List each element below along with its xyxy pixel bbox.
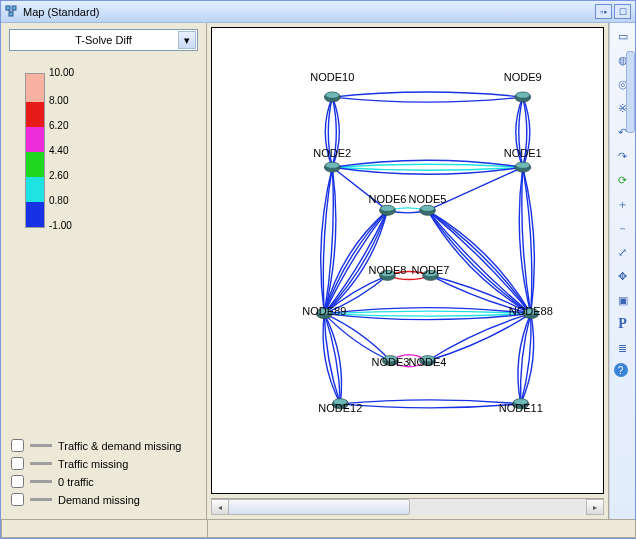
metric-combo-label: T-Solve Diff <box>75 34 132 46</box>
edge[interactable] <box>332 97 522 102</box>
zoom-out-icon[interactable]: － <box>614 219 632 237</box>
svg-rect-0 <box>6 6 10 10</box>
node-label: NODE89 <box>302 305 346 317</box>
edge[interactable] <box>340 400 520 404</box>
layers-icon[interactable]: ≣ <box>614 339 632 357</box>
edge[interactable] <box>523 167 535 313</box>
edge[interactable] <box>428 210 531 313</box>
scale-tick: -1.00 <box>49 220 72 231</box>
edge[interactable] <box>428 210 531 313</box>
edge[interactable] <box>324 314 531 317</box>
scale-tick: 4.40 <box>49 145 68 156</box>
edge[interactable] <box>324 311 531 314</box>
node-label: NODE4 <box>409 356 447 368</box>
chevron-down-icon[interactable]: ▾ <box>178 31 196 49</box>
node-label: NODE6 <box>368 193 406 205</box>
left-panel: T-Solve Diff ▾ 10.008.006.204.402.600.80… <box>1 23 207 519</box>
legend-option: 0 traffic <box>11 475 196 488</box>
color-segment <box>26 177 44 202</box>
node-label: NODE8 <box>368 264 406 276</box>
edge[interactable] <box>340 404 520 408</box>
svg-point-10 <box>421 205 435 211</box>
legend-swatch <box>30 498 52 501</box>
move-icon[interactable]: ✥ <box>614 267 632 285</box>
edge[interactable] <box>428 210 531 313</box>
node-label: NODE7 <box>412 264 450 276</box>
window-title: Map (Standard) <box>23 6 593 18</box>
edge[interactable] <box>332 167 522 170</box>
svg-rect-1 <box>12 6 16 10</box>
legend-swatch <box>30 462 52 465</box>
edge[interactable] <box>324 167 336 313</box>
legend-option: Traffic missing <box>11 457 196 470</box>
scale-tick: 0.80 <box>49 195 68 206</box>
edge[interactable] <box>519 167 531 313</box>
node-label: NODE10 <box>310 71 354 83</box>
legend-swatch <box>30 480 52 483</box>
legend-checkbox[interactable] <box>11 457 24 470</box>
svg-point-8 <box>516 162 530 168</box>
node-label: NODE12 <box>318 402 362 414</box>
dock-button[interactable]: ▫▪ <box>595 4 612 19</box>
help-icon[interactable]: ? <box>614 363 628 377</box>
color-segment <box>26 152 44 177</box>
node-label: NODE1 <box>504 147 542 159</box>
palette-icon[interactable]: P <box>614 315 632 333</box>
app-icon <box>5 5 19 19</box>
legend-option: Demand missing <box>11 493 196 506</box>
map-canvas[interactable]: NODE10NODE9NODE2NODE1NODE6NODE5NODE8NODE… <box>211 27 604 494</box>
scale-tick: 2.60 <box>49 170 68 181</box>
legend-options: Traffic & demand missingTraffic missing0… <box>1 430 206 519</box>
scale-tick: 6.20 <box>49 120 68 131</box>
titlebar[interactable]: Map (Standard) ▫▪ ☐ <box>1 1 635 23</box>
redo-icon[interactable]: ↷ <box>614 147 632 165</box>
color-legend: 10.008.006.204.402.600.80-1.00 <box>1 55 206 430</box>
edge[interactable] <box>428 210 531 313</box>
legend-option-label: Traffic & demand missing <box>58 440 182 452</box>
legend-swatch <box>30 444 52 447</box>
svg-rect-2 <box>9 12 13 16</box>
node-label: NODE2 <box>313 147 351 159</box>
node-label: NODE3 <box>372 356 410 368</box>
edge[interactable] <box>428 314 531 361</box>
legend-option-label: Demand missing <box>58 494 140 506</box>
svg-point-5 <box>325 92 339 98</box>
scroll-right-button[interactable]: ▸ <box>586 499 604 515</box>
pointer-icon[interactable]: ▭ <box>614 27 632 45</box>
map-window: Map (Standard) ▫▪ ☐ T-Solve Diff ▾ 10.00… <box>0 0 636 539</box>
zoom-in-icon[interactable]: ＋ <box>614 195 632 213</box>
edge[interactable] <box>428 314 531 361</box>
legend-option-label: Traffic missing <box>58 458 128 470</box>
svg-point-6 <box>516 92 530 98</box>
node-label: NODE5 <box>409 193 447 205</box>
refresh-icon[interactable]: ⟳ <box>614 171 632 189</box>
node-label: NODE88 <box>509 305 553 317</box>
legend-checkbox[interactable] <box>11 493 24 506</box>
node-label: NODE11 <box>499 402 543 414</box>
maximize-button[interactable]: ☐ <box>614 4 631 19</box>
legend-checkbox[interactable] <box>11 439 24 452</box>
scroll-left-button[interactable]: ◂ <box>211 499 229 515</box>
toolbar: ▭◍◎※↶↷⟳＋－⤢✥▣P≣? <box>609 23 635 519</box>
scroll-thumb[interactable] <box>228 499 410 515</box>
edge[interactable] <box>332 92 522 97</box>
select-rect-icon[interactable]: ▣ <box>614 291 632 309</box>
edge[interactable] <box>332 164 522 167</box>
legend-option-label: 0 traffic <box>58 476 94 488</box>
horizontal-scrollbar[interactable]: ◂ ▸ <box>211 498 604 515</box>
zoom-fit-icon[interactable]: ⤢ <box>614 243 632 261</box>
metric-combo[interactable]: T-Solve Diff ▾ <box>9 29 198 51</box>
scale-tick: 8.00 <box>49 95 68 106</box>
color-segment <box>26 127 44 152</box>
svg-point-9 <box>380 205 394 211</box>
color-segment <box>26 202 44 227</box>
legend-checkbox[interactable] <box>11 475 24 488</box>
node-label: NODE9 <box>504 71 542 83</box>
svg-point-7 <box>325 162 339 168</box>
edge[interactable] <box>428 210 531 313</box>
color-segment <box>26 102 44 127</box>
toolbar-scroll-thumb[interactable] <box>626 51 635 133</box>
scale-tick: 10.00 <box>49 67 74 78</box>
edge[interactable] <box>428 210 531 313</box>
legend-option: Traffic & demand missing <box>11 439 196 452</box>
